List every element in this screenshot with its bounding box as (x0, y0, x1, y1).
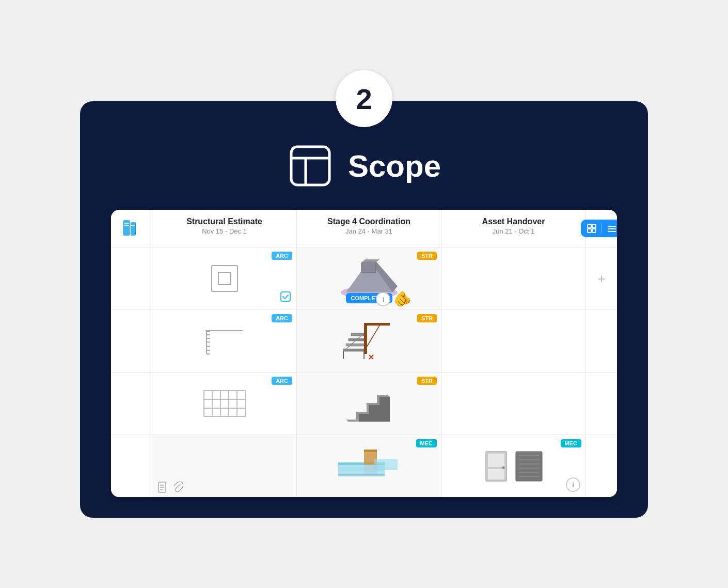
row-index (111, 247, 152, 310)
row-cell-3-3 (441, 373, 586, 435)
row-index (111, 373, 152, 435)
svg-rect-72 (488, 469, 504, 479)
row-cell-2-2: STR (297, 310, 441, 372)
svg-rect-38 (364, 323, 390, 326)
info-cursor-group: i 🫵 (376, 292, 412, 306)
table-row: ARC (111, 247, 617, 310)
svg-rect-40 (346, 344, 364, 346)
svg-rect-49 (204, 391, 245, 416)
row-cell-3-plus (586, 373, 617, 435)
inner-panel: Structural Estimate Nov 15 - Dec 1 Stage… (111, 210, 617, 497)
row-cell-2-plus (586, 310, 617, 372)
tag-arc: ARC (272, 377, 292, 385)
svg-rect-18 (218, 272, 231, 285)
panel-2-model (515, 450, 543, 483)
grid-icon[interactable] (586, 223, 597, 234)
svg-rect-66 (364, 450, 377, 452)
row-index (111, 435, 152, 497)
svg-rect-6 (131, 222, 135, 236)
row-cell-2-1: ARC (152, 310, 297, 372)
logo-cell (111, 210, 152, 247)
svg-rect-68 (338, 474, 385, 476)
toggle-divider (602, 223, 602, 234)
info-icon[interactable]: i (376, 292, 390, 306)
row-cell-3-2: STR (297, 373, 441, 435)
cursor-hand-icon: 🫵 (393, 292, 412, 306)
svg-rect-71 (488, 454, 504, 467)
col2-title: Stage 4 Coordination (307, 217, 431, 226)
svg-rect-13 (592, 229, 596, 233)
3d-stairs-model (343, 380, 395, 427)
tag-arc: ARC (272, 252, 292, 260)
svg-rect-0 (291, 147, 329, 185)
tag-str: STR (417, 314, 437, 322)
svg-marker-25 (361, 259, 379, 262)
col-header-3: Asset Handover Jun 21 - Oct 1 (441, 210, 586, 247)
dark-card: Scope (80, 101, 648, 518)
tag-mec: MEC (561, 439, 581, 447)
file-icon[interactable] (157, 482, 168, 493)
outer-container: 2 Scope (80, 70, 648, 518)
row-cell-3-1: ARC (152, 373, 297, 435)
svg-rect-69 (364, 464, 377, 475)
checkbox-icon (280, 291, 291, 304)
col1-title: Structural Estimate (163, 217, 286, 226)
tag-mec: MEC (416, 439, 437, 447)
info-bottom-icon[interactable]: i (566, 477, 580, 492)
col-header-2: Stage 4 Coordination Jan 24 - Mar 31 (297, 210, 441, 247)
3d-duct-model (336, 444, 403, 488)
step-number: 2 (356, 82, 372, 116)
file-icons-group (157, 482, 183, 493)
row-cell-1-2: STR (297, 247, 441, 310)
arch-square-drawing (204, 258, 245, 299)
svg-rect-23 (361, 262, 376, 273)
table-header: Structural Estimate Nov 15 - Dec 1 Stage… (111, 210, 617, 247)
tag-arc: ARC (272, 314, 292, 322)
svg-rect-39 (343, 349, 364, 351)
svg-rect-19 (281, 292, 290, 301)
svg-rect-67 (374, 459, 398, 470)
arch-frame-drawing (199, 320, 250, 362)
scope-header: Scope (287, 143, 441, 189)
3d-crane-stair-model (338, 318, 400, 364)
table-row: ARC (111, 310, 617, 373)
checkmark-icon (280, 291, 291, 302)
list-icon[interactable] (606, 223, 618, 234)
svg-rect-17 (212, 266, 238, 291)
svg-point-73 (502, 466, 505, 469)
svg-rect-11 (592, 224, 596, 228)
row-cell-4-3: MEC (441, 435, 586, 497)
books-icon (122, 218, 141, 239)
row-cell-4-2: MEC (297, 435, 441, 497)
info-circle-icon[interactable]: i (566, 477, 580, 492)
toolbar-actions (586, 210, 617, 247)
row-cell-1-1: ARC (152, 247, 297, 310)
col-header-1: Structural Estimate Nov 15 - Dec 1 (152, 210, 297, 247)
table-row: MEC (111, 435, 617, 497)
svg-rect-10 (588, 224, 591, 228)
curtain-wall-drawing (199, 385, 250, 422)
table-row: ARC STR (111, 373, 617, 435)
col2-date: Jan 24 - Mar 31 (307, 227, 431, 235)
add-button[interactable]: + (586, 247, 617, 310)
tag-str: STR (417, 377, 437, 385)
tag-str: STR (417, 252, 437, 260)
row-cell-4-1 (152, 435, 297, 497)
panel-1-model (484, 450, 509, 483)
scope-title: Scope (348, 148, 441, 184)
view-toggle[interactable] (581, 220, 618, 237)
col3-title: Asset Handover (452, 217, 575, 226)
col3-date: Jun 21 - Oct 1 (452, 227, 575, 235)
row-cell-1-3 (441, 247, 586, 310)
col1-date: Nov 15 - Dec 1 (163, 227, 286, 235)
attachment-icon[interactable] (173, 482, 183, 493)
svg-rect-4 (124, 220, 129, 236)
row-cell-4-plus (586, 435, 617, 497)
svg-rect-12 (588, 229, 591, 233)
step-circle: 2 (336, 70, 392, 127)
table-body: ARC (111, 247, 617, 497)
row-cell-2-3 (441, 310, 586, 372)
scope-icon (287, 143, 334, 189)
row-index (111, 310, 152, 372)
